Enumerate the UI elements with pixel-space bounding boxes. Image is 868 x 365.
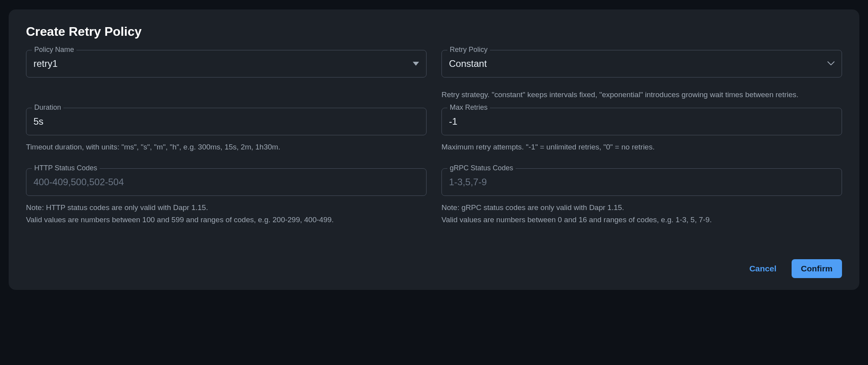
policy-name-label: Policy Name — [32, 46, 76, 53]
chevron-down-icon — [827, 60, 835, 67]
max-retries-input[interactable] — [449, 116, 835, 127]
dialog-title: Create Retry Policy — [26, 24, 842, 39]
http-codes-input-wrap[interactable]: HTTP Status Codes — [26, 168, 427, 196]
dialog-actions: Cancel Confirm — [26, 259, 842, 278]
http-codes-note2: Valid values are numbers between 100 and… — [26, 214, 427, 226]
max-retries-input-wrap[interactable]: Max Retries — [441, 108, 842, 135]
page-root: Create Retry Policy Policy Name Retry Po… — [0, 0, 868, 365]
http-codes-field: HTTP Status Codes Note: HTTP status code… — [26, 168, 427, 226]
max-retries-helper: Maximum retry attempts. "-1" = unlimited… — [441, 142, 842, 153]
policy-name-input[interactable] — [33, 58, 409, 69]
spacer — [26, 83, 427, 107]
cancel-button[interactable]: Cancel — [740, 259, 786, 278]
duration-label: Duration — [32, 104, 63, 111]
policy-name-select[interactable]: Policy Name — [26, 50, 427, 77]
retry-policy-input[interactable] — [449, 58, 823, 69]
http-codes-label: HTTP Status Codes — [32, 164, 100, 171]
http-codes-helper: Note: HTTP status codes are only valid w… — [26, 202, 427, 225]
http-codes-input[interactable] — [33, 177, 419, 188]
grpc-codes-label: gRPC Status Codes — [447, 164, 516, 171]
grpc-codes-field: gRPC Status Codes Note: gRPC status code… — [441, 168, 842, 226]
grpc-codes-note2: Valid values are numbers between 0 and 1… — [441, 214, 842, 226]
duration-input-wrap[interactable]: Duration — [26, 108, 427, 135]
svg-marker-0 — [413, 62, 419, 66]
caret-down-icon — [413, 60, 419, 67]
duration-helper: Timeout duration, with units: "ms", "s",… — [26, 142, 427, 153]
max-retries-field: Max Retries Maximum retry attempts. "-1"… — [441, 108, 842, 163]
create-retry-policy-dialog: Create Retry Policy Policy Name Retry Po… — [9, 9, 859, 290]
grpc-codes-helper: Note: gRPC status codes are only valid w… — [441, 202, 842, 225]
grpc-codes-input-wrap[interactable]: gRPC Status Codes — [441, 168, 842, 196]
retry-policy-helper: Retry strategy. "constant" keeps interva… — [441, 89, 842, 101]
grpc-codes-input[interactable] — [449, 177, 835, 188]
form-grid: Policy Name Retry Policy Ret — [26, 50, 842, 232]
http-codes-note1: Note: HTTP status codes are only valid w… — [26, 202, 427, 214]
max-retries-label: Max Retries — [447, 104, 490, 111]
duration-field: Duration Timeout duration, with units: "… — [26, 108, 427, 163]
retry-policy-label: Retry Policy — [447, 46, 490, 53]
policy-name-field: Policy Name — [26, 50, 427, 77]
retry-policy-field: Retry Policy — [441, 50, 842, 77]
retry-policy-select[interactable]: Retry Policy — [441, 50, 842, 77]
grpc-codes-note1: Note: gRPC status codes are only valid w… — [441, 202, 842, 214]
confirm-button[interactable]: Confirm — [792, 259, 842, 278]
duration-input[interactable] — [33, 116, 419, 127]
